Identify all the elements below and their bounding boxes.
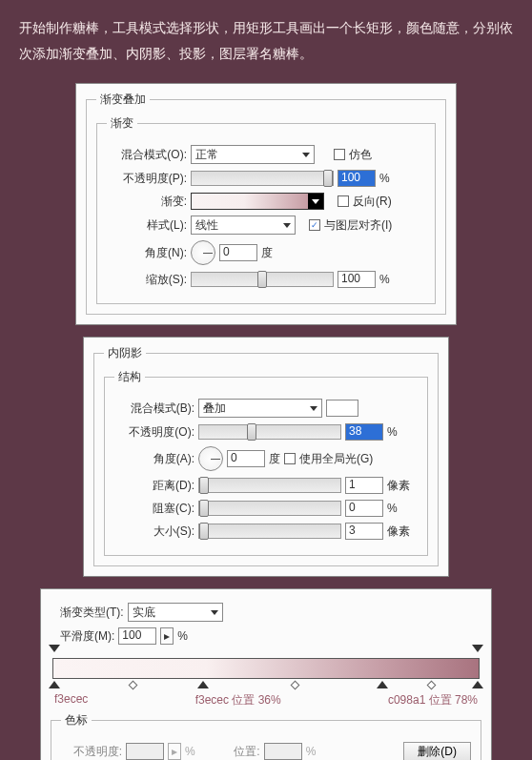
deg-label: 度 <box>261 245 273 261</box>
distance-slider[interactable] <box>198 478 341 493</box>
smooth-pct: % <box>177 629 188 643</box>
gradient-group-title: 渐变 <box>107 115 137 132</box>
is-blend-select[interactable]: 叠加 <box>198 399 322 418</box>
align-checkbox[interactable]: ✓ <box>309 219 320 231</box>
is-opacity-input[interactable]: 38 <box>345 423 383 441</box>
distance-label: 距离(D): <box>114 478 194 494</box>
reverse-label: 反向(R) <box>353 194 392 210</box>
smooth-stepper-icon[interactable]: ▸ <box>160 627 174 645</box>
smooth-label: 平滑度(M): <box>60 628 114 645</box>
style-select[interactable]: 线性 <box>191 216 296 235</box>
dither-checkbox[interactable] <box>334 149 345 160</box>
gradient-bar[interactable] <box>52 658 480 679</box>
blend-mode-select[interactable]: 正常 <box>191 145 315 164</box>
gradient-overlay-title: 渐变叠加 <box>96 92 150 108</box>
global-light-checkbox[interactable] <box>284 453 296 464</box>
is-opacity-slider[interactable] <box>198 424 341 440</box>
gradient-overlay-panel: 渐变叠加 渐变 混合模式(O): 正常 仿色 不透明度(P): 100 % 渐变… <box>75 83 457 325</box>
stop-opacity-stepper: ▸ <box>168 743 181 760</box>
gradient-group: 渐变 混合模式(O): 正常 仿色 不透明度(P): 100 % 渐变: 反向(… <box>96 115 436 304</box>
gradient-overlay-fieldset: 渐变叠加 渐变 混合模式(O): 正常 仿色 不透明度(P): 100 % 渐变… <box>86 92 446 315</box>
grad-type-label: 渐变类型(T): <box>60 605 124 621</box>
stop-opacity-label: 不透明度: <box>61 744 122 760</box>
gradient-label: 渐变: <box>107 194 187 210</box>
stop-annotations: f3ecec f3ecec 位置 36% c098a1 位置 78% <box>51 692 481 712</box>
midpoint-3[interactable] <box>427 681 437 690</box>
angle-label: 角度(N): <box>107 245 187 261</box>
size-input[interactable]: 3 <box>345 523 383 540</box>
structure-group: 结构 混合模式(B): 叠加 不透明度(O): 38 % 角度(A): 0 度 … <box>104 369 428 556</box>
midpoint-2[interactable] <box>290 681 299 690</box>
inner-shadow-title: 内阴影 <box>104 345 146 361</box>
is-pct: % <box>387 425 398 439</box>
angle-dial[interactable] <box>191 240 215 265</box>
align-label: 与图层对齐(I) <box>324 217 392 234</box>
stop-opacity-input <box>126 743 164 760</box>
style-label: 样式(L): <box>107 217 187 234</box>
is-blend-label: 混合模式(B): <box>114 401 194 417</box>
stop-location-label: 位置: <box>199 744 260 760</box>
global-light-label: 使用全局光(G) <box>299 451 373 467</box>
distance-input[interactable]: 1 <box>345 477 383 494</box>
pct-label: % <box>379 172 390 185</box>
stop-location-input <box>264 743 302 760</box>
pct-label-2: % <box>379 273 390 286</box>
opacity-stop-right[interactable] <box>472 645 483 656</box>
stop-opacity-pct: % <box>185 745 195 758</box>
opacity-input[interactable]: 100 <box>338 170 376 187</box>
gradient-editor-panel: 渐变类型(T): 实底 平滑度(M): 100 ▸ % f3ecec f3ece… <box>40 588 492 760</box>
dither-label: 仿色 <box>349 147 372 163</box>
stop-loc-pct: % <box>306 745 317 758</box>
choke-pct: % <box>387 502 398 515</box>
delete-opacity-stop-button[interactable]: 删除(D) <box>403 742 471 760</box>
is-angle-input[interactable]: 0 <box>227 450 265 467</box>
shadow-color-swatch[interactable] <box>326 400 358 417</box>
opacity-label: 不透明度(P): <box>107 171 187 187</box>
stop-group-title: 色标 <box>61 712 92 729</box>
smooth-input[interactable]: 100 <box>118 627 156 645</box>
scale-slider[interactable] <box>191 272 334 287</box>
is-angle-label: 角度(A): <box>114 451 194 467</box>
structure-title: 结构 <box>114 369 145 385</box>
reverse-checkbox[interactable] <box>338 195 349 207</box>
choke-label: 阻塞(C): <box>114 501 194 517</box>
color-stop-0[interactable] <box>49 681 60 692</box>
size-label: 大小(S): <box>114 524 194 540</box>
scale-input[interactable]: 100 <box>338 271 376 288</box>
color-stop-78[interactable] <box>377 681 388 692</box>
size-px: 像素 <box>387 524 410 540</box>
choke-slider[interactable] <box>198 501 341 516</box>
midpoint-1[interactable] <box>128 681 137 690</box>
is-deg: 度 <box>269 451 280 467</box>
stop-group: 色标 不透明度: ▸ % 位置: % 删除(D) 颜色: ▸ 位置(C): 36… <box>51 712 481 760</box>
grad-type-select[interactable]: 实底 <box>128 603 223 622</box>
is-opacity-label: 不透明度(O): <box>114 424 194 441</box>
color-stop-100[interactable] <box>472 681 483 692</box>
is-angle-dial[interactable] <box>198 446 223 471</box>
choke-input[interactable]: 0 <box>345 500 383 517</box>
gradient-preview[interactable] <box>191 193 324 210</box>
opacity-stop-left[interactable] <box>49 645 60 656</box>
scale-label: 缩放(S): <box>107 272 187 288</box>
gradient-dropdown-icon[interactable] <box>308 194 323 209</box>
angle-input[interactable]: 0 <box>219 244 257 261</box>
color-stop-36[interactable] <box>197 681 209 692</box>
size-slider[interactable] <box>198 524 341 539</box>
intro-text: 开始制作糖棒，工具模式选择形状，用矩形工具画出一个长矩形，颜色随意，分别依次添加… <box>0 0 532 75</box>
blend-mode-label: 混合模式(O): <box>107 147 187 163</box>
opacity-slider[interactable] <box>191 171 334 186</box>
inner-shadow-fieldset: 内阴影 结构 混合模式(B): 叠加 不透明度(O): 38 % 角度(A): … <box>93 345 439 566</box>
px-label: 像素 <box>387 478 410 494</box>
inner-shadow-panel: 内阴影 结构 混合模式(B): 叠加 不透明度(O): 38 % 角度(A): … <box>83 337 449 577</box>
